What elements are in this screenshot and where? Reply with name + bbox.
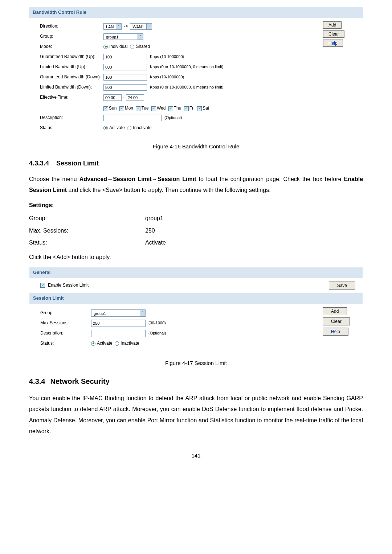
label-description: Description: bbox=[40, 114, 103, 121]
paragraph-network-security: You can enable the IP-MAC Binding functi… bbox=[29, 393, 363, 437]
label-status: Status: bbox=[40, 124, 103, 131]
lbw-down-input[interactable] bbox=[103, 84, 147, 91]
add-button[interactable]: Add bbox=[323, 21, 342, 29]
sl-help-button[interactable]: Help bbox=[323, 328, 348, 336]
direction-to-select[interactable]: WAN1˅ bbox=[130, 23, 152, 30]
sl-radio-activate[interactable] bbox=[91, 341, 95, 346]
gbw-up-input[interactable] bbox=[103, 54, 147, 60]
settings-group-val: group1 bbox=[145, 214, 163, 223]
checkbox-thu[interactable]: ✓ bbox=[168, 106, 173, 111]
label-eff-time: Effective Time: bbox=[40, 94, 103, 101]
settings-status-val: Activate bbox=[145, 238, 166, 247]
label-group: Group: bbox=[40, 33, 103, 40]
figure-caption-sl: Figure 4-17 Session Limit bbox=[29, 359, 363, 368]
description-hint: (Optional) bbox=[164, 115, 182, 121]
heading-4-3-3-4: 4.3.3.4Session Limit bbox=[29, 158, 363, 169]
clear-button[interactable]: Clear bbox=[323, 30, 344, 38]
radio-shared[interactable] bbox=[130, 45, 134, 49]
label-direction: Direction: bbox=[40, 23, 103, 30]
settings-heading: Settings: bbox=[29, 201, 363, 210]
sl-clear-button[interactable]: Clear bbox=[323, 317, 350, 325]
sl-add-button[interactable]: Add bbox=[323, 307, 347, 315]
heading-4-3-4: 4.3.4Network Security bbox=[29, 376, 363, 387]
group-select[interactable]: group1˅ bbox=[103, 33, 143, 40]
checkbox-mon[interactable]: ✓ bbox=[119, 106, 124, 111]
session-limit-panel: General ✓ Enable Session Limit Save Sess… bbox=[29, 267, 363, 353]
sl-radio-inactivate[interactable] bbox=[115, 341, 119, 346]
time-from-input[interactable] bbox=[103, 94, 122, 101]
sl-group-select[interactable]: group1˅ bbox=[91, 309, 146, 317]
label-sl-group: Group: bbox=[40, 309, 91, 316]
lbw-up-input[interactable] bbox=[103, 64, 147, 70]
gbw-down-input[interactable] bbox=[103, 74, 147, 81]
label-lbw-down: Limited Bandwidth (Down): bbox=[40, 84, 103, 91]
chevron-down-icon: ˅ bbox=[146, 24, 152, 29]
paragraph-click-add: Click the <Add> button to apply. bbox=[29, 252, 363, 263]
checkbox-fri[interactable]: ✓ bbox=[184, 106, 189, 111]
bandwidth-control-rule-panel: Bandwidth Control Rule Direction: LAN˅ -… bbox=[29, 7, 363, 137]
radio-activate[interactable] bbox=[103, 126, 108, 130]
label-sl-description: Description: bbox=[40, 330, 91, 337]
chevron-down-icon: ˅ bbox=[116, 24, 121, 29]
sl-max-input[interactable] bbox=[91, 320, 146, 327]
panel-header-session-limit: Session Limit bbox=[29, 293, 363, 304]
description-input[interactable] bbox=[103, 115, 162, 121]
checkbox-wed[interactable]: ✓ bbox=[151, 106, 156, 111]
lbw-up-hint: Kbps (0 or 10-1000000, 0 means no limit) bbox=[150, 64, 223, 70]
radio-inactivate[interactable] bbox=[127, 126, 131, 130]
label-sl-status: Status: bbox=[40, 340, 91, 347]
label-lbw-up: Limited Bandwidth (Up): bbox=[40, 63, 103, 70]
label-gbw-up: Guaranteed Bandwidth (Up): bbox=[40, 53, 103, 60]
time-to-input[interactable] bbox=[126, 94, 144, 101]
sl-max-hint: (30-1000) bbox=[148, 320, 166, 327]
gbw-up-hint: Kbps (10-1000000) bbox=[150, 54, 184, 60]
sl-description-input[interactable] bbox=[91, 330, 146, 337]
settings-max-key: Max. Sessions: bbox=[29, 226, 145, 235]
chevron-down-icon: ˅ bbox=[138, 34, 143, 40]
settings-max-val: 250 bbox=[145, 226, 155, 235]
settings-group-key: Group: bbox=[29, 214, 145, 223]
settings-status-key: Status: bbox=[29, 238, 145, 247]
gbw-down-hint: Kbps (10-1000000) bbox=[150, 74, 184, 81]
paragraph-session-limit-intro: Choose the menu Advanced→Session Limit→S… bbox=[29, 174, 363, 196]
checkbox-sun[interactable]: ✓ bbox=[103, 106, 108, 111]
enable-session-limit-label: Enable Session Limit bbox=[48, 282, 89, 289]
label-sl-max: Max Sessions: bbox=[40, 320, 91, 327]
panel-header-bw: Bandwidth Control Rule bbox=[29, 7, 363, 18]
time-sep: - bbox=[123, 94, 124, 101]
direction-arrow: -> bbox=[124, 23, 128, 30]
days-row: ✓Sun ✓Mon ✓Tue ✓Wed ✓Thu ✓Fri ✓Sat bbox=[103, 105, 211, 112]
checkbox-tue[interactable]: ✓ bbox=[136, 106, 140, 111]
panel-header-general: General bbox=[29, 267, 363, 278]
label-mode: Mode: bbox=[40, 43, 103, 50]
checkbox-sat[interactable]: ✓ bbox=[197, 106, 202, 111]
save-button[interactable]: Save bbox=[329, 282, 355, 290]
page-number: -141- bbox=[29, 451, 363, 460]
radio-individual[interactable] bbox=[103, 45, 108, 49]
lbw-down-hint: Kbps (0 or 10-1000000, 0 means no limit) bbox=[150, 84, 223, 91]
help-button[interactable]: Help bbox=[323, 40, 343, 47]
label-gbw-down: Guaranteed Bandwidth (Down): bbox=[40, 74, 103, 81]
sl-description-hint: (Optional) bbox=[148, 330, 166, 337]
figure-caption-bw: Figure 4-16 Bandwidth Control Rule bbox=[29, 142, 363, 151]
checkbox-enable-session-limit[interactable]: ✓ bbox=[40, 283, 45, 288]
chevron-down-icon: ˅ bbox=[140, 310, 145, 316]
direction-from-select[interactable]: LAN˅ bbox=[103, 23, 122, 30]
